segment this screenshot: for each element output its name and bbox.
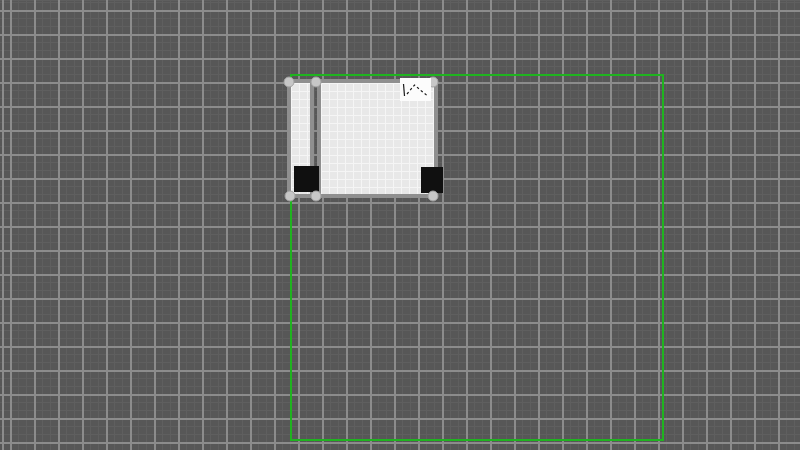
drag-handle-1[interactable]	[311, 77, 322, 88]
drag-handle-3[interactable]	[285, 191, 296, 202]
drag-handle-0[interactable]	[284, 77, 295, 88]
scribble-icon	[400, 78, 431, 101]
sketch-cursor-box	[400, 78, 431, 101]
corner-block-left[interactable]	[294, 166, 319, 192]
drag-handle-4[interactable]	[311, 191, 322, 202]
corner-block-right[interactable]	[421, 167, 443, 193]
editor-canvas[interactable]	[0, 0, 800, 450]
drag-handle-5[interactable]	[428, 191, 439, 202]
